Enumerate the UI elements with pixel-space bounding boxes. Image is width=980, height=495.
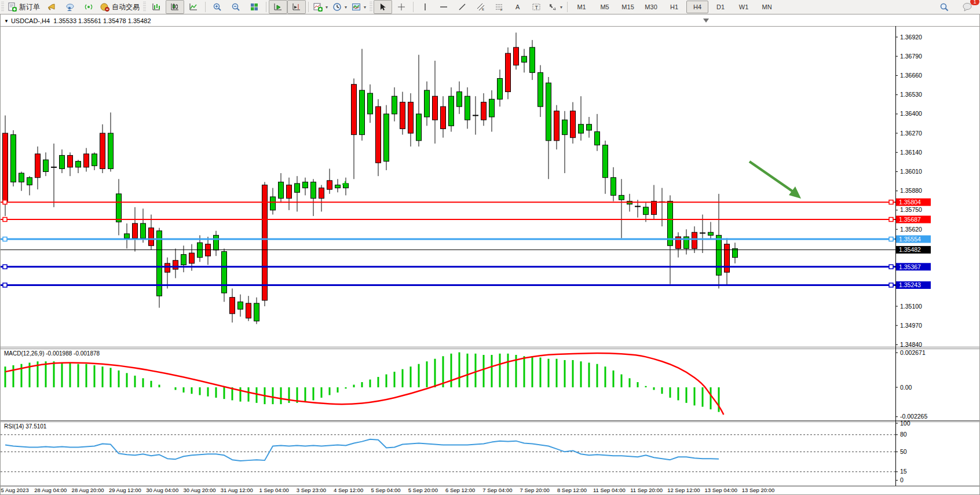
search-button[interactable] (935, 0, 953, 14)
zoom-out-icon (231, 2, 240, 12)
macd-indicator-label: MACD(12,26,9) -0.001988 -0.001878 (4, 350, 100, 357)
zoom-out-button[interactable] (226, 0, 245, 14)
auto-trading-button[interactable]: 自动交易 (98, 0, 142, 14)
chart-candles-button[interactable] (166, 0, 184, 14)
candle-body (11, 135, 16, 182)
candle-body (587, 124, 592, 130)
channel-tool[interactable]: E (471, 0, 490, 14)
timeframe-d1-button[interactable]: D1 (710, 1, 732, 13)
trendline-tool[interactable] (453, 0, 471, 14)
market-button[interactable] (42, 0, 61, 14)
chart-line-button[interactable] (184, 0, 203, 14)
hline-anchor-square[interactable] (889, 283, 893, 287)
candle-body (522, 56, 527, 62)
text-tool[interactable]: A (509, 0, 527, 14)
auto-scroll-button[interactable] (269, 0, 287, 14)
candle-body (465, 96, 470, 120)
horizontal-line-tool[interactable] (434, 0, 453, 14)
timeframe-toolbar: M1M5M15M30H1H4D1W1MN (570, 1, 778, 13)
crosshair-button[interactable] (392, 0, 411, 14)
timeframe-m1-button[interactable]: M1 (571, 1, 593, 13)
chart-window[interactable]: 1.358041.356871.355541.354821.353671.352… (0, 14, 980, 495)
market-horn-icon (47, 2, 56, 12)
new-order-button[interactable]: 新订单 (5, 0, 42, 14)
time-axis-scale[interactable] (1, 486, 979, 494)
signals-cloud-icon (65, 2, 75, 12)
price-axis-scale[interactable] (895, 26, 979, 486)
templates-button[interactable]: ▾ (349, 0, 368, 14)
hline-anchor-square[interactable] (889, 237, 893, 241)
hline-anchor-square[interactable] (3, 200, 7, 204)
toolbar-grip[interactable] (370, 2, 372, 12)
candle-body (400, 102, 405, 129)
candle-body (335, 185, 341, 188)
chart-canvas[interactable]: 1.358041.356871.355541.354821.353671.352… (1, 14, 979, 494)
timeframe-h1-button[interactable]: H1 (663, 1, 685, 13)
hline-anchor-square[interactable] (889, 200, 893, 204)
candle-body (43, 160, 49, 171)
vertical-line-tool[interactable] (416, 0, 434, 14)
zoom-in-button[interactable] (208, 0, 226, 14)
hline-anchor-square[interactable] (3, 218, 7, 222)
main-toolbar: 新订单 自动交易 (0, 0, 980, 14)
timeframe-m30-button[interactable]: M30 (640, 1, 662, 13)
hline-anchor-square[interactable] (3, 237, 7, 241)
candle-body (611, 178, 616, 196)
candle-body (214, 235, 219, 250)
toolbar-grip[interactable] (143, 2, 146, 12)
chart-bars-button[interactable] (147, 0, 166, 14)
notifications-button[interactable]: 1 (958, 0, 977, 14)
candle-body (481, 102, 487, 120)
cursor-button[interactable] (374, 0, 392, 14)
candle-body (311, 182, 316, 198)
hline-anchor-square[interactable] (3, 283, 7, 287)
annotation-arrow-head[interactable] (789, 186, 801, 199)
symbol-period-label: USDCAD-,H4 (11, 17, 50, 24)
candle-body (384, 114, 389, 162)
templates-dropdown-arrow: ▾ (364, 5, 366, 10)
candle-body (125, 234, 130, 239)
text-icon: A (513, 2, 522, 12)
fibonacci-icon: F (495, 2, 504, 12)
candle-body (327, 181, 332, 189)
candle-body (652, 201, 657, 215)
indicators-button[interactable]: ▾ (311, 0, 330, 14)
chart-shift-button[interactable] (287, 0, 306, 14)
hline-anchor-square[interactable] (889, 218, 893, 222)
hline-anchor-square[interactable] (3, 265, 7, 269)
timeframe-h4-button[interactable]: H4 (686, 1, 708, 13)
arrows-tool[interactable]: ▾ (546, 0, 565, 14)
periods-dropdown-arrow: ▾ (345, 5, 347, 10)
rsi-line (5, 439, 719, 461)
tile-windows-button[interactable] (245, 0, 264, 14)
candle-body (27, 178, 32, 185)
equidistant-channel-icon: E (476, 2, 485, 12)
candle-body (441, 107, 446, 129)
periods-button[interactable]: ▾ (330, 0, 349, 14)
candle-body (716, 235, 722, 275)
fibonacci-tool[interactable]: F (490, 0, 509, 14)
symbol-dropdown-icon[interactable]: ▼ (4, 19, 9, 24)
label-tool[interactable]: T (527, 0, 546, 14)
candle-body (76, 162, 81, 167)
line-chart-icon (189, 2, 198, 12)
toolbar-grip[interactable] (1, 2, 4, 12)
chart-shift-marker[interactable] (703, 19, 709, 23)
timeframe-m15-button[interactable]: M15 (617, 1, 639, 13)
annotation-arrow-line[interactable] (749, 162, 796, 194)
candle-body (198, 243, 203, 258)
signals-button[interactable] (61, 0, 79, 14)
new-order-icon (8, 2, 17, 12)
timeframe-m5-button[interactable]: M5 (594, 1, 616, 13)
candle-body (173, 261, 178, 269)
timeframe-mn-button[interactable]: MN (756, 1, 778, 13)
timeframe-w1-button[interactable]: W1 (733, 1, 755, 13)
candle-body (108, 133, 114, 168)
broadcast-button[interactable] (79, 0, 98, 14)
clock-icon (332, 2, 342, 12)
candle-body (3, 133, 8, 201)
candle-body (116, 194, 122, 222)
candle-body (238, 302, 243, 309)
hline-anchor-square[interactable] (889, 265, 893, 269)
candle-body (457, 92, 462, 107)
